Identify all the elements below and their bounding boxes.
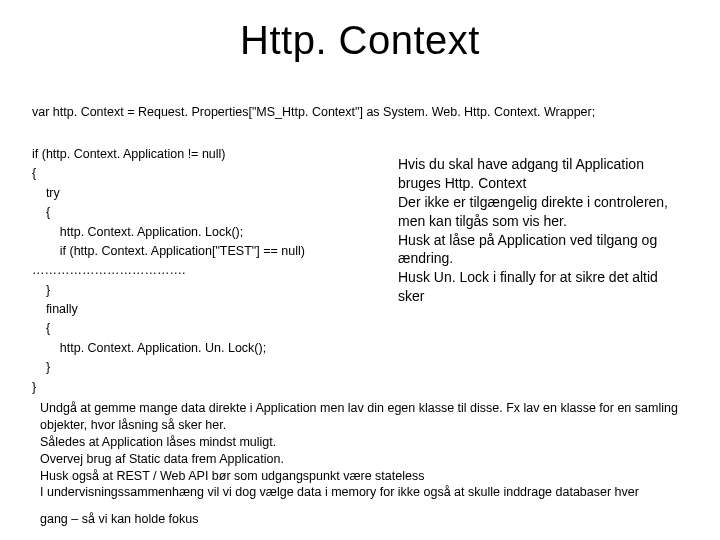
- code-line: http. Context. Application. Lock();: [32, 225, 243, 239]
- code-line: }: [32, 360, 50, 374]
- bottom-paragraph: Overvej brug af Static data frem Applica…: [40, 451, 690, 468]
- slide-title: Http. Context: [0, 18, 720, 63]
- code-line: http. Context. Application. Un. Lock();: [32, 341, 266, 355]
- bottom-paragraph: gang – så vi kan holde fokus: [40, 511, 690, 528]
- code-block: if (http. Context. Application != null) …: [32, 145, 372, 397]
- side-paragraph: Hvis du skal have adgang til Application…: [398, 155, 688, 193]
- slide: Http. Context var http. Context = Reques…: [0, 0, 720, 540]
- code-declaration: var http. Context = Request. Properties[…: [32, 105, 595, 119]
- code-line: ……………………………….: [32, 263, 185, 277]
- code-line: }: [32, 283, 50, 297]
- bottom-paragraph: Husk også at REST / Web API bør som udga…: [40, 468, 690, 485]
- side-paragraph: Husk Un. Lock i finally for at sikre det…: [398, 268, 688, 306]
- bottom-paragraph: Undgå at gemme mange data direkte i Appl…: [40, 400, 690, 434]
- code-line: try: [32, 186, 60, 200]
- side-paragraph: Der ikke er tilgængelig direkte i contro…: [398, 193, 688, 231]
- code-line: if (http. Context. Application != null): [32, 147, 226, 161]
- code-line: {: [32, 321, 50, 335]
- code-line: finally: [32, 302, 78, 316]
- side-paragraph: Husk at låse på Application ved tilgang …: [398, 231, 688, 269]
- bottom-note: Undgå at gemme mange data direkte i Appl…: [40, 400, 690, 528]
- code-line: {: [32, 166, 36, 180]
- bottom-paragraph: I undervisningssammenhæng vil vi dog væl…: [40, 484, 690, 501]
- code-line: if (http. Context. Application["TEST"] =…: [32, 244, 305, 258]
- code-line: }: [32, 380, 36, 394]
- bottom-paragraph: Således at Application låses mindst muli…: [40, 434, 690, 451]
- code-line: {: [32, 205, 50, 219]
- side-note: Hvis du skal have adgang til Application…: [398, 155, 688, 306]
